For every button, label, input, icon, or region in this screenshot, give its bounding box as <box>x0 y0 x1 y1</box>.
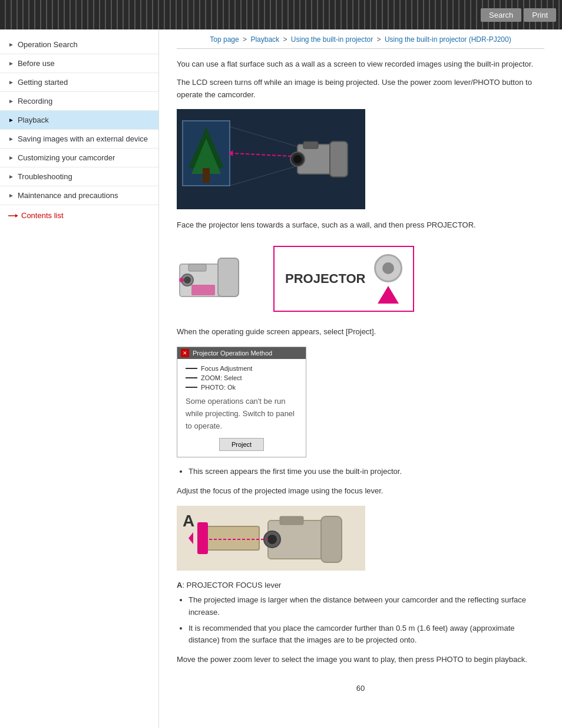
og-zoom-item: ZOOM: Select <box>186 374 297 381</box>
svg-rect-29 <box>321 516 342 562</box>
content-body: You can use a flat surface such as a wal… <box>177 58 544 666</box>
og-photo-line <box>186 387 197 388</box>
og-focus-line <box>186 368 197 369</box>
arrow-icon: ► <box>8 98 14 104</box>
print-button[interactable]: Print <box>524 8 556 22</box>
step3-text: Adjust the focus of the projected image … <box>177 485 544 498</box>
bullet-item-2: The projected image is larger when the d… <box>189 594 544 619</box>
sidebar: ► Operation Search ► Before use ► Gettin… <box>0 29 159 728</box>
focus-lever-svg: A <box>177 506 365 571</box>
og-photo-item: PHOTO: Ok <box>186 384 297 391</box>
sidebar-item-operation-search[interactable]: ► Operation Search <box>0 35 158 54</box>
step2-text: When the operating guide screen appears,… <box>177 326 544 338</box>
svg-marker-1 <box>15 214 18 218</box>
arrow-icon: ► <box>8 136 14 142</box>
svg-rect-13 <box>303 141 318 149</box>
og-focus-item: Focus Adjustment <box>186 365 297 372</box>
step4-text: Move the power zoom lever to select the … <box>177 654 544 666</box>
sidebar-item-before-use[interactable]: ► Before use <box>0 54 158 73</box>
sidebar-item-playback[interactable]: ► Playback <box>0 111 158 130</box>
header-bar: Search Print <box>0 0 562 29</box>
focus-lever-image: A <box>177 506 544 572</box>
camera-sketch-svg <box>177 252 259 305</box>
page-number: 60 <box>177 684 544 693</box>
og-title-text: Projector Operation Method <box>193 350 272 357</box>
content-area: Top page > Playback > Using the built-in… <box>159 29 562 728</box>
sidebar-item-troubleshooting[interactable]: ► Troubleshooting <box>0 167 158 186</box>
header-buttons: Search Print <box>481 8 556 22</box>
svg-point-12 <box>293 155 302 163</box>
sidebar-item-customizing[interactable]: ► Customizing your camcorder <box>0 149 158 167</box>
svg-rect-25 <box>200 526 259 550</box>
projector-button-image: PROJECTOR <box>177 240 544 318</box>
og-close-button[interactable]: ✕ <box>181 349 189 357</box>
breadcrumb-top[interactable]: Top page <box>210 35 239 44</box>
svg-point-31 <box>267 535 277 544</box>
arrow-icon: ► <box>8 117 14 123</box>
svg-rect-33 <box>280 516 303 525</box>
svg-rect-21 <box>191 285 215 295</box>
arrow-icon: ► <box>8 60 14 67</box>
svg-rect-20 <box>189 264 206 271</box>
sidebar-item-recording[interactable]: ► Recording <box>0 92 158 111</box>
projector-scene-svg <box>177 109 365 209</box>
bullet-list-2: The projected image is larger when the d… <box>189 594 544 647</box>
svg-rect-17 <box>218 258 239 297</box>
arrow-icon: ► <box>8 192 14 199</box>
search-button[interactable]: Search <box>481 8 521 22</box>
og-body: Focus Adjustment ZOOM: Select PHOTO: Ok … <box>177 359 306 457</box>
svg-point-22 <box>179 278 184 282</box>
og-focus-label: Focus Adjustment <box>201 365 252 372</box>
og-titlebar: ✕ Projector Operation Method <box>177 347 306 359</box>
svg-rect-26 <box>197 522 208 554</box>
svg-text:A: A <box>183 512 194 530</box>
og-zoom-label: ZOOM: Select <box>201 374 242 381</box>
bullet-item-3: It is recommended that you place the cam… <box>189 622 544 647</box>
og-zoom-line <box>186 377 197 378</box>
projector-circle-icon <box>374 254 402 304</box>
arrow-icon: ► <box>8 173 14 180</box>
focus-a-description: A: PROJECTOR FOCUS lever <box>177 581 544 589</box>
breadcrumb-using-projector[interactable]: Using the built-in projector <box>291 35 373 44</box>
up-arrow-icon <box>378 286 399 304</box>
paragraph-1: You can use a flat surface such as a wal… <box>177 58 544 71</box>
breadcrumb: Top page > Playback > Using the built-in… <box>177 35 544 44</box>
focus-a-letter: A <box>177 581 182 589</box>
arrow-icon: ► <box>8 41 14 48</box>
arrow-icon: ► <box>8 79 14 85</box>
svg-point-19 <box>184 276 191 284</box>
arrow-right-icon <box>8 213 19 219</box>
operating-guide-dialog: ✕ Projector Operation Method Focus Adjus… <box>177 347 306 457</box>
og-photo-label: PHOTO: Ok <box>201 384 236 391</box>
step1-text: Face the projector lens towards a surfac… <box>177 219 544 232</box>
arrow-icon: ► <box>8 154 14 161</box>
sidebar-item-getting-started[interactable]: ► Getting started <box>0 73 158 92</box>
breadcrumb-playback[interactable]: Playback <box>250 35 279 44</box>
og-note-text: Some operations can't be run while proje… <box>186 396 297 432</box>
projector-text: PROJECTOR <box>285 271 366 286</box>
paragraph-2: The LCD screen turns off while an image … <box>177 77 544 101</box>
main-container: ► Operation Search ► Before use ► Gettin… <box>0 29 562 728</box>
focus-a-desc-text: : PROJECTOR FOCUS lever <box>182 581 281 589</box>
content-divider <box>177 48 544 49</box>
contents-list-link[interactable]: Contents list <box>0 205 158 226</box>
bullet-item-1: This screen appears the first time you u… <box>189 466 544 478</box>
svg-rect-10 <box>330 141 348 177</box>
svg-rect-6 <box>203 168 210 183</box>
projector-label-box: PROJECTOR <box>273 246 414 312</box>
bullet-list-1: This screen appears the first time you u… <box>189 466 544 478</box>
sidebar-item-maintenance[interactable]: ► Maintenance and precautions <box>0 186 158 205</box>
breadcrumb-current: Using the built-in projector (HDR-PJ200) <box>385 35 511 44</box>
og-project-button[interactable]: Project <box>219 438 264 451</box>
sidebar-item-saving-images[interactable]: ► Saving images with an external device <box>0 130 158 149</box>
projector-scene-image <box>177 109 544 211</box>
